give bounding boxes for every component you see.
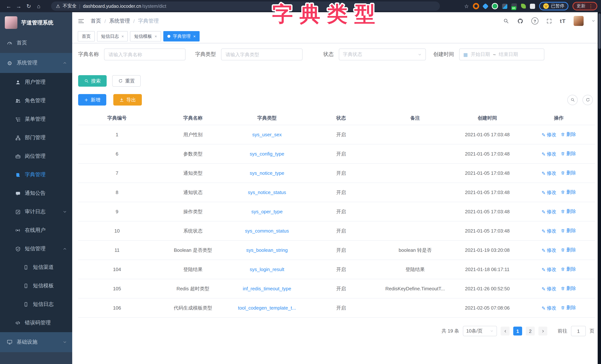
edit-link[interactable]: ✎修改 xyxy=(541,305,556,312)
dict-type-link[interactable]: sys_config_type xyxy=(250,151,284,157)
browser-scrollbar[interactable] xyxy=(598,12,601,364)
browser-back-icon[interactable]: ← xyxy=(4,3,14,9)
sidebar-item-posts[interactable]: 岗位管理 xyxy=(0,147,72,165)
goto-page-input[interactable] xyxy=(571,326,586,336)
edit-link[interactable]: ✎修改 xyxy=(541,132,556,138)
delete-link[interactable]: 删除 xyxy=(561,150,576,157)
delete-link[interactable]: 删除 xyxy=(561,266,576,273)
sidebar-item-users[interactable]: 用户管理 xyxy=(0,73,72,91)
edit-link[interactable]: ✎修改 xyxy=(541,286,556,292)
paused-extension-badge[interactable]: 已暂停 xyxy=(539,2,568,10)
font-size-icon[interactable]: tT xyxy=(560,18,566,24)
close-icon[interactable]: × xyxy=(193,34,196,39)
extension-icon-blue[interactable] xyxy=(482,3,489,9)
sidebar-item-infrastructure[interactable]: 基础设施 xyxy=(0,332,72,352)
dict-type-input[interactable] xyxy=(221,49,302,60)
fullscreen-icon[interactable] xyxy=(546,18,552,24)
hamburger-icon[interactable] xyxy=(78,18,84,24)
table-refresh-button[interactable] xyxy=(582,95,593,105)
sidebar-item-menus[interactable]: 菜单管理 xyxy=(0,110,72,129)
sidebar-item-home[interactable]: 首页 xyxy=(0,33,72,53)
update-browser-button[interactable]: 更新 ⋮ xyxy=(572,2,597,10)
tab-dict-active[interactable]: 字典管理× xyxy=(163,31,200,41)
dict-type-link[interactable]: inf_redis_timeout_type xyxy=(243,286,291,292)
edit-link[interactable]: ✎修改 xyxy=(541,247,556,254)
dict-type-link[interactable]: sys_boolean_string xyxy=(246,247,288,253)
table-search-toggle-button[interactable] xyxy=(567,95,578,105)
sidebar-item-sms[interactable]: 短信管理 xyxy=(0,240,72,258)
extension-icon-puzzle[interactable] xyxy=(530,3,535,9)
prev-page-button[interactable] xyxy=(501,327,510,335)
dict-type-link[interactable]: sys_notice_status xyxy=(248,190,286,195)
sidebar-item-sms-channel[interactable]: 短信渠道 xyxy=(0,258,72,277)
dict-type-link[interactable]: sys_common_status xyxy=(245,228,289,234)
url-host: dashboard.yudao.iocoder.cn xyxy=(83,3,141,9)
caret-down-icon[interactable] xyxy=(591,19,595,23)
extension-icon-on-switch[interactable]: on xyxy=(511,3,517,9)
sidebar-item-departments[interactable]: 部门管理 xyxy=(0,129,72,147)
edit-link[interactable]: ✎修改 xyxy=(541,189,556,196)
edit-link[interactable]: ✎修改 xyxy=(541,266,556,273)
dict-type-link[interactable]: sys_login_result xyxy=(250,267,284,272)
next-page-button[interactable] xyxy=(538,327,547,335)
tab-sms-log[interactable]: 短信日志× xyxy=(97,31,128,41)
sidebar-item-notice[interactable]: 通知公告 xyxy=(0,184,72,202)
close-icon[interactable]: × xyxy=(155,34,157,39)
sidebar-item-audit-log[interactable]: 审计日志 xyxy=(0,202,72,221)
export-button[interactable]: 导出 xyxy=(113,94,142,106)
delete-link[interactable]: 删除 xyxy=(561,170,576,176)
extension-icon-leaf[interactable] xyxy=(521,4,526,9)
browser-reload-icon[interactable]: ↻ xyxy=(24,3,34,10)
sidebar-item-system[interactable]: ⚙ 系统管理 xyxy=(0,53,72,73)
sidebar-item-error-codes[interactable]: 错误码管理 xyxy=(0,314,72,332)
pagination: 共 19 条 10条/页 1 2 前往 页 xyxy=(78,326,595,336)
edit-link[interactable]: ✎修改 xyxy=(541,170,556,177)
tab-home[interactable]: 首页 xyxy=(78,31,95,41)
delete-link[interactable]: 删除 xyxy=(561,247,576,253)
page-2-button[interactable]: 2 xyxy=(526,327,535,335)
browser-forward-icon[interactable]: → xyxy=(14,3,24,9)
page-size-select[interactable]: 10条/页 xyxy=(463,326,497,336)
browser-home-icon[interactable]: ⌂ xyxy=(34,3,44,9)
sidebar-item-sms-template[interactable]: 短信模板 xyxy=(0,277,72,295)
help-icon[interactable]: ? xyxy=(531,17,538,24)
edit-link[interactable]: ✎修改 xyxy=(541,151,556,158)
dict-type-link[interactable]: sys_user_sex xyxy=(252,132,282,137)
address-bar[interactable]: ⚠ 不安全 | dashboard.yudao.iocoder.cn/syste… xyxy=(51,1,440,11)
dict-name-input[interactable] xyxy=(104,49,186,60)
dict-type-link[interactable]: tool_codegen_template_t... xyxy=(238,305,296,311)
extension-icon-green-circle[interactable] xyxy=(492,3,498,9)
github-icon[interactable] xyxy=(517,18,524,24)
delete-link[interactable]: 删除 xyxy=(561,227,576,234)
delete-link[interactable]: 删除 xyxy=(561,304,576,311)
sidebar-item-dict[interactable]: 字典管理 xyxy=(0,165,72,184)
date-range-picker[interactable]: ▦ 开始日期 ~ 结束日期 xyxy=(459,49,544,60)
sidebar-item-roles[interactable]: 角色管理 xyxy=(0,91,72,110)
add-button[interactable]: 新增 xyxy=(78,94,106,106)
tab-sms-template[interactable]: 短信模板× xyxy=(130,31,161,41)
extension-icon-orange[interactable] xyxy=(473,3,479,9)
scrollbar-thumb[interactable] xyxy=(598,13,601,49)
edit-link[interactable]: ✎修改 xyxy=(541,228,556,235)
sidebar-item-online-users[interactable]: 在线用户 xyxy=(0,221,72,240)
dict-type-link[interactable]: sys_notice_type xyxy=(250,170,284,176)
delete-link[interactable]: 删除 xyxy=(561,208,576,215)
breadcrumb-home[interactable]: 首页 xyxy=(91,18,101,24)
edit-link[interactable]: ✎修改 xyxy=(541,209,556,215)
sidebar-item-sms-log[interactable]: 短信日志 xyxy=(0,295,72,314)
search-button[interactable]: 搜索 xyxy=(78,75,107,87)
close-icon[interactable]: × xyxy=(121,34,124,39)
delete-link[interactable]: 删除 xyxy=(561,285,576,292)
delete-link[interactable]: 删除 xyxy=(561,131,576,138)
breadcrumb-system[interactable]: 系统管理 xyxy=(109,18,130,24)
user-avatar[interactable] xyxy=(574,16,584,26)
status-select[interactable]: 字典状态 xyxy=(339,49,426,60)
reset-button[interactable]: 重置 xyxy=(112,75,141,87)
browser-menu-dots-icon[interactable]: ⋮ xyxy=(588,3,593,9)
bookmark-star-icon[interactable]: ☆ xyxy=(464,3,469,9)
dict-type-link[interactable]: sys_oper_type xyxy=(251,209,282,214)
page-1-button[interactable]: 1 xyxy=(513,327,522,335)
search-icon[interactable] xyxy=(503,18,509,24)
delete-link[interactable]: 删除 xyxy=(561,189,576,195)
extension-icon-grid[interactable] xyxy=(502,3,507,9)
